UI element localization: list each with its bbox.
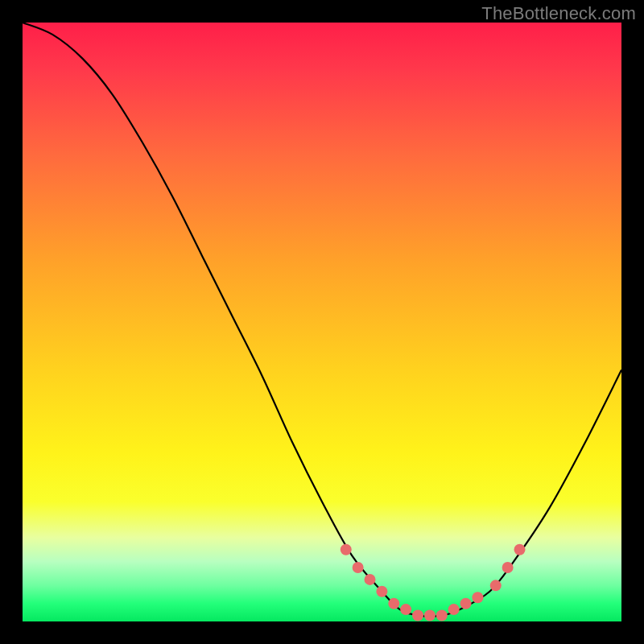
marker-point bbox=[341, 544, 352, 555]
marker-point bbox=[448, 604, 460, 615]
marker-point bbox=[472, 592, 483, 603]
marker-point bbox=[400, 604, 411, 615]
marker-point bbox=[502, 562, 514, 573]
marker-point bbox=[353, 562, 364, 573]
plot-area bbox=[23, 23, 621, 621]
marker-point bbox=[388, 598, 399, 609]
attribution-text: TheBottleneck.com bbox=[481, 3, 636, 24]
marker-point bbox=[424, 610, 436, 621]
highlight-markers bbox=[341, 544, 526, 621]
marker-point bbox=[490, 580, 502, 591]
marker-point bbox=[460, 598, 472, 609]
marker-point bbox=[436, 610, 448, 621]
marker-point bbox=[365, 574, 376, 585]
chart-frame: TheBottleneck.com bbox=[0, 0, 644, 644]
bottleneck-curve bbox=[23, 23, 621, 616]
marker-point bbox=[514, 544, 526, 555]
marker-point bbox=[412, 610, 423, 621]
curve-layer bbox=[23, 23, 621, 621]
marker-point bbox=[376, 586, 387, 597]
